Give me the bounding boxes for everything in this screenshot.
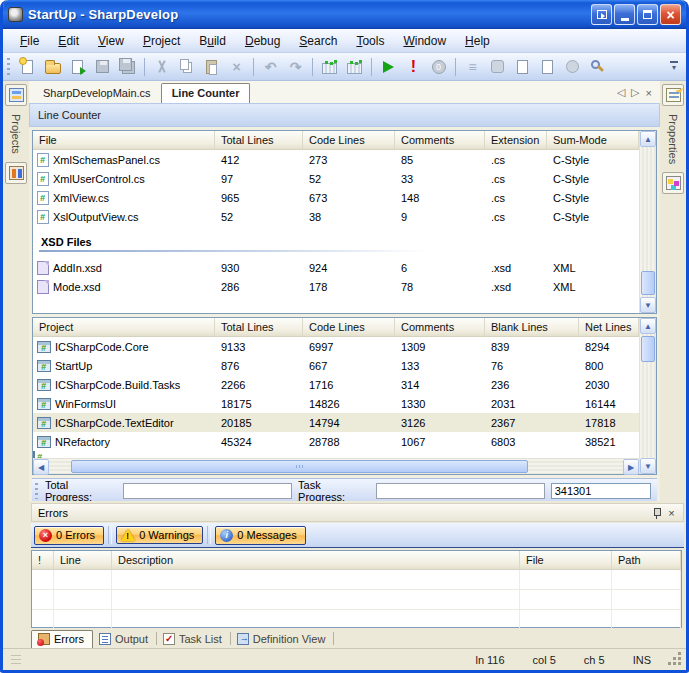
sidebar-tab-properties[interactable] [662,84,684,106]
scroll-track[interactable] [640,147,656,297]
open-file-button[interactable] [41,56,64,78]
messages-filter-button[interactable]: i 0 Messages [215,526,305,545]
title-bar[interactable]: StartUp - SharpDevelop × [3,0,686,29]
progress-toolbar-grip[interactable] [35,483,39,499]
float-window-button[interactable] [591,4,612,25]
debug-step-button[interactable]: 0 [427,56,450,78]
file-row[interactable]: XmlSchemasPanel.cs 412 273 85 .cs C-Styl… [33,150,639,169]
column-header-comments[interactable]: Comments [395,131,485,149]
maximize-button[interactable] [637,4,658,25]
project-table-hscrollbar[interactable]: ◀ ▶ [33,458,639,474]
menu-file[interactable]: File [11,31,48,51]
column-header-total-lines[interactable]: Total Lines [215,131,303,149]
errors-panel-titlebar[interactable]: Errors × [31,503,684,522]
run-button[interactable] [377,56,400,78]
scroll-thumb[interactable] [641,336,655,362]
menu-debug[interactable]: Debug [236,31,289,51]
save-all-button[interactable] [116,56,139,78]
column-header-file[interactable]: File [520,551,612,569]
comment-region-button[interactable]: ≡ [461,56,484,78]
column-header-code-lines[interactable]: Code Lines [303,318,395,336]
menu-view[interactable]: View [89,31,133,51]
menu-tools[interactable]: Tools [347,31,393,51]
warnings-filter-button[interactable]: 0 Warnings [116,526,203,544]
new-file-button[interactable] [16,56,39,78]
toolbar-overflow-button[interactable] [668,61,680,72]
redo-button[interactable]: ↷ [284,56,307,78]
step-into-button[interactable] [511,56,534,78]
column-header-project[interactable]: Project [33,318,215,336]
menu-build[interactable]: Build [190,31,235,51]
column-header-line[interactable]: Line [54,551,112,569]
column-header-blank-lines[interactable]: Blank Lines [485,318,579,336]
window-resize-grip[interactable] [669,653,682,666]
errors-panel-close-button[interactable]: × [664,506,679,520]
column-header-code-lines[interactable]: Code Lines [303,131,395,149]
sidebar-tab-toolbox[interactable] [662,172,684,194]
tab-close-button[interactable]: × [646,87,652,99]
copy-button[interactable] [175,56,198,78]
file-row[interactable]: XmlView.cs 965 673 148 .cs C-Style [33,188,639,207]
project-table-vscrollbar[interactable]: ▲ ▼ [639,318,656,474]
scroll-thumb[interactable] [71,460,528,473]
project-row[interactable]: ICSharpCode.Core 9133 6997 1309 839 8294 [33,337,639,356]
column-header-severity[interactable]: ! [32,551,54,569]
step-out-button[interactable] [561,56,584,78]
cut-button[interactable] [150,56,173,78]
toggle-breakpoint-button[interactable] [486,56,509,78]
sidebar-tab-projects[interactable] [5,84,27,106]
open-project-button[interactable] [66,56,89,78]
tab-sharpdevelopmain[interactable]: SharpDevelopMain.cs [33,84,161,103]
abort-button[interactable]: ! [402,56,425,78]
tab-scroll-left-button[interactable]: ◁ [617,86,625,99]
project-row[interactable]: StartUp 876 667 133 76 800 [33,356,639,375]
tab-scroll-right-button[interactable]: ▷ [631,86,639,99]
properties-tab-label[interactable]: Properties [667,110,679,168]
scroll-track[interactable] [640,334,656,458]
column-header-sum-mode[interactable]: Sum-Mode [547,131,639,149]
scroll-down-button[interactable]: ▼ [640,297,656,313]
menu-project[interactable]: Project [134,31,189,51]
project-row-highlighted[interactable]: ICSharpCode.TextEditor 20185 14794 3126 … [33,413,639,432]
auto-hide-pin-button[interactable] [649,506,664,520]
sidebar-tab-tools[interactable] [5,162,27,184]
projects-tab-label[interactable]: Projects [10,110,22,158]
menu-edit[interactable]: Edit [49,31,88,51]
errors-filter-button[interactable]: × 0 Errors [34,526,104,545]
scroll-right-button[interactable]: ▶ [623,459,639,475]
column-header-extension[interactable]: Extension [485,131,547,149]
file-row[interactable]: XslOutputView.cs 52 38 9 .cs C-Style [33,207,639,226]
scroll-up-button[interactable]: ▲ [640,318,656,334]
rebuild-button[interactable] [343,56,366,78]
column-header-comments[interactable]: Comments [395,318,485,336]
project-row[interactable]: ICSharpCode.Build.Tasks 2266 1716 314 23… [33,375,639,394]
scroll-track[interactable] [49,459,623,474]
column-header-description[interactable]: Description [112,551,520,569]
scroll-down-button[interactable]: ▼ [640,458,656,474]
build-button[interactable] [318,56,341,78]
delete-button[interactable]: × [225,56,248,78]
save-button[interactable] [91,56,114,78]
file-row[interactable]: XmlUserControl.cs 97 52 33 .cs C-Style [33,169,639,188]
file-table-vscrollbar[interactable]: ▲ ▼ [639,131,656,313]
scroll-up-button[interactable]: ▲ [640,131,656,147]
paste-button[interactable] [200,56,223,78]
minimize-button[interactable] [614,4,635,25]
tab-task-list[interactable]: Task List [157,631,230,648]
project-row[interactable]: WinFormsUI 18175 14826 1330 2031 16144 [33,394,639,413]
scroll-left-button[interactable]: ◀ [33,459,49,475]
column-header-file[interactable]: File [33,131,215,149]
column-header-path[interactable]: Path [612,551,681,569]
scroll-thumb[interactable] [641,271,655,295]
toolbar-grip[interactable] [6,58,11,76]
close-button[interactable]: × [660,4,681,25]
tab-output[interactable]: Output [93,631,156,648]
column-header-net-lines[interactable]: Net Lines [579,318,639,336]
column-header-total-lines[interactable]: Total Lines [215,318,303,336]
tab-line-counter[interactable]: Line Counter [161,83,251,103]
menu-help[interactable]: Help [456,31,499,51]
search-button[interactable] [586,56,609,78]
step-over-button[interactable] [536,56,559,78]
file-row[interactable]: Mode.xsd 286 178 78 .xsd XML [33,277,639,296]
menu-search[interactable]: Search [290,31,346,51]
